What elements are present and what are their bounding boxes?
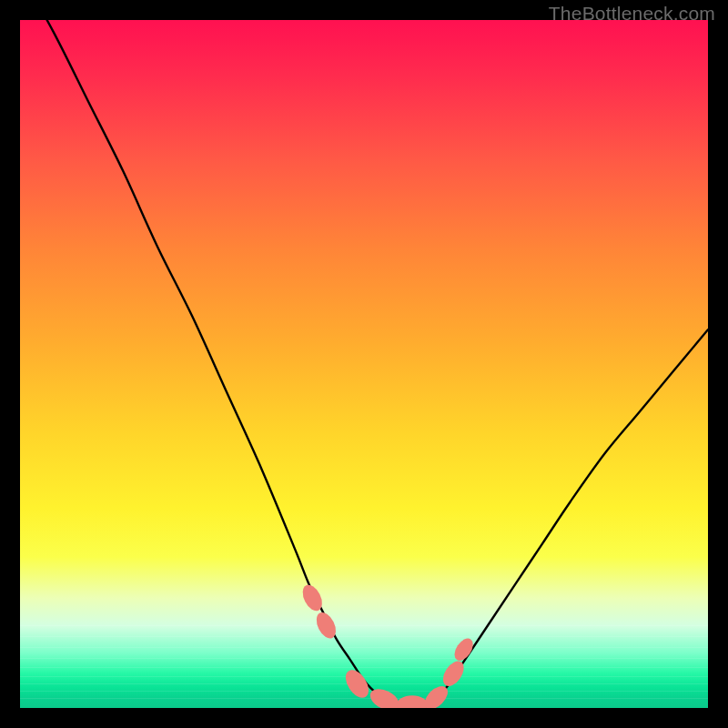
- outer-frame: TheBottleneck.com: [0, 0, 728, 728]
- watermark-text: TheBottleneck.com: [549, 3, 715, 25]
- bottleneck-curve: [20, 20, 708, 706]
- plot-area: [20, 20, 708, 708]
- curve-markers: [298, 581, 476, 708]
- curve-marker: [397, 695, 428, 708]
- bottleneck-curve-svg: [20, 20, 708, 708]
- curve-group: [20, 20, 708, 708]
